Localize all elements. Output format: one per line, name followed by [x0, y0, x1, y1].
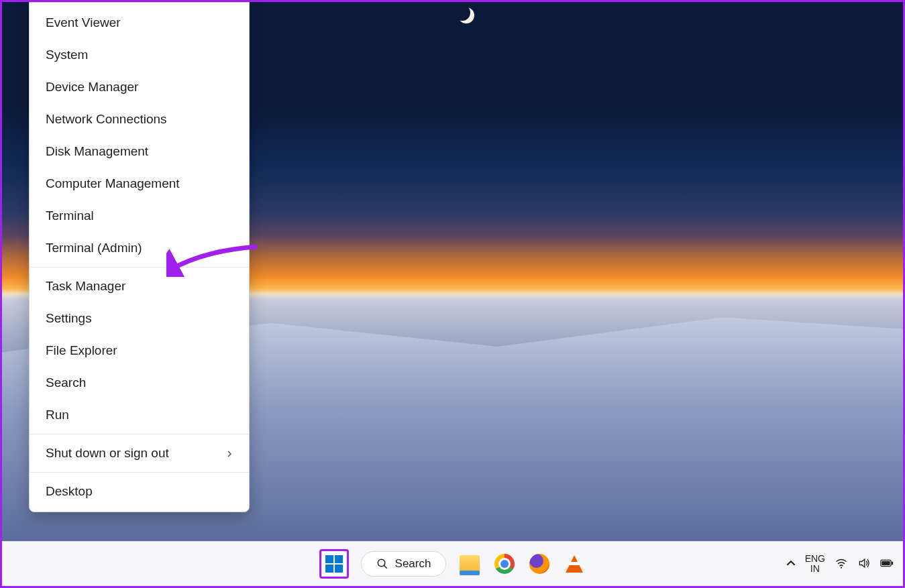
language-top: ENG [805, 554, 825, 564]
menu-item-label: Desktop [46, 484, 93, 499]
volume-button[interactable] [857, 556, 871, 572]
menu-item-label: Shut down or sign out [46, 446, 169, 461]
chevron-up-icon [786, 558, 796, 568]
menu-item-file-explorer[interactable]: File Explorer [30, 335, 249, 367]
menu-separator [30, 267, 249, 268]
menu-item-terminal-admin[interactable]: Terminal (Admin) [30, 232, 249, 264]
taskbar-center: Search [319, 549, 586, 579]
menu-item-terminal[interactable]: Terminal [30, 200, 249, 232]
wallpaper-moon [458, 7, 474, 23]
menu-item-event-viewer[interactable]: Event Viewer [30, 7, 249, 39]
file-explorer-icon [460, 555, 480, 573]
menu-item-desktop[interactable]: Desktop [30, 475, 249, 508]
taskbar: Search ENG IN [2, 541, 903, 586]
menu-item-label: Terminal [46, 209, 94, 223]
menu-item-system[interactable]: System [30, 39, 249, 71]
menu-item-label: Run [46, 408, 69, 422]
menu-item-label: File Explorer [46, 343, 117, 358]
search-icon [376, 558, 388, 570]
vlc-icon [566, 555, 583, 573]
menu-item-device-manager[interactable]: Device Manager [30, 71, 249, 103]
menu-item-task-manager[interactable]: Task Manager [30, 270, 249, 302]
menu-item-label: Task Manager [46, 279, 125, 294]
taskbar-app-vlc[interactable] [563, 552, 586, 575]
menu-item-label: Computer Management [46, 176, 180, 191]
svg-rect-4 [892, 561, 893, 565]
language-indicator[interactable]: ENG IN [805, 554, 825, 575]
menu-item-label: Network Connections [46, 112, 167, 127]
menu-separator [30, 472, 249, 473]
wifi-button[interactable] [835, 556, 848, 572]
menu-item-label: Device Manager [46, 80, 138, 95]
taskbar-app-firefox[interactable] [528, 552, 551, 575]
battery-button[interactable] [880, 556, 894, 572]
search-label: Search [395, 557, 431, 571]
menu-separator [30, 434, 249, 434]
menu-item-computer-management[interactable]: Computer Management [30, 168, 249, 200]
menu-item-settings[interactable]: Settings [30, 302, 249, 335]
chrome-icon [494, 554, 515, 574]
menu-item-label: Event Viewer [46, 15, 121, 30]
taskbar-app-chrome[interactable] [493, 552, 516, 575]
taskbar-app-file-explorer[interactable] [458, 552, 481, 575]
wifi-icon [835, 556, 848, 570]
firefox-icon [529, 554, 549, 574]
start-button[interactable] [319, 549, 349, 579]
menu-item-label: Terminal (Admin) [46, 241, 142, 255]
system-tray: ENG IN [786, 554, 894, 575]
screenshot-frame: Event ViewerSystemDevice ManagerNetwork … [0, 0, 905, 588]
menu-item-run[interactable]: Run [30, 399, 249, 431]
winx-context-menu: Event ViewerSystemDevice ManagerNetwork … [29, 2, 250, 512]
svg-rect-5 [882, 561, 890, 565]
tray-overflow-button[interactable] [786, 558, 796, 570]
battery-icon [880, 556, 894, 570]
speaker-icon [857, 556, 871, 570]
menu-item-disk-management[interactable]: Disk Management [30, 135, 249, 168]
taskbar-search-button[interactable]: Search [361, 551, 447, 577]
language-bottom: IN [805, 564, 825, 574]
windows-logo-icon [325, 555, 343, 573]
chevron-right-icon [226, 446, 233, 461]
svg-line-1 [384, 565, 387, 569]
svg-point-0 [378, 559, 385, 567]
menu-item-shut-down-or-sign-out[interactable]: Shut down or sign out [30, 437, 249, 469]
menu-item-search[interactable]: Search [30, 367, 249, 399]
menu-item-label: Disk Management [46, 144, 148, 159]
menu-item-label: System [46, 48, 88, 62]
menu-item-label: Search [46, 375, 86, 390]
svg-point-2 [841, 567, 842, 568]
menu-item-network-connections[interactable]: Network Connections [30, 103, 249, 135]
menu-item-label: Settings [46, 311, 92, 326]
